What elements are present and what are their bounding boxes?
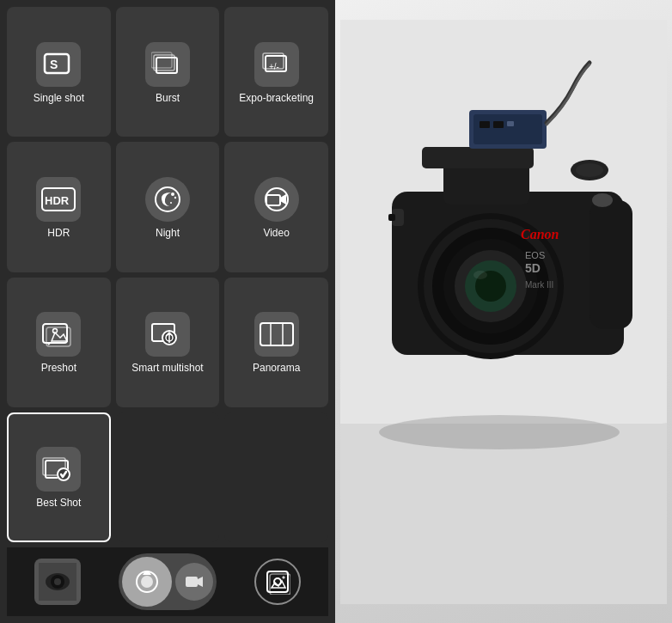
- svg-point-67: [592, 193, 613, 207]
- svg-text:+/-: +/-: [269, 62, 279, 71]
- camera-photo: Canon EOS 5D Mark III: [335, 0, 672, 623]
- svg-point-32: [54, 578, 61, 585]
- mode-tile-video[interactable]: Video: [224, 142, 328, 272]
- svg-rect-41: [340, 424, 667, 604]
- svg-text:5D: 5D: [525, 261, 541, 275]
- shutter-group: [119, 553, 217, 610]
- best-shot-icon: [36, 447, 81, 492]
- mode-tile-hdr[interactable]: HDR HDR: [7, 142, 111, 272]
- burst-label: Burst: [156, 92, 180, 104]
- hdr-label: HDR: [47, 227, 70, 239]
- video-icon: [254, 177, 299, 222]
- svg-text:HDR: HDR: [45, 194, 70, 207]
- svg-point-13: [170, 202, 172, 204]
- smart-multishot-label: Smart multishot: [131, 362, 203, 374]
- svg-text:Mark III: Mark III: [525, 280, 553, 290]
- svg-rect-59: [473, 114, 542, 144]
- bottom-bar: [7, 547, 328, 616]
- hdr-icon: HDR: [36, 177, 81, 222]
- svg-rect-44: [422, 147, 534, 168]
- svg-point-10: [156, 187, 180, 211]
- svg-rect-64: [388, 214, 395, 221]
- svg-rect-61: [493, 121, 504, 128]
- expo-bracketing-icon: +/-: [254, 42, 299, 87]
- svg-point-52: [473, 271, 487, 279]
- svg-text:Canon: Canon: [521, 227, 559, 241]
- svg-rect-15: [266, 195, 280, 205]
- mode-tile-expo-bracketing[interactable]: +/- Expo-bracketing: [224, 7, 328, 137]
- svg-point-66: [576, 163, 603, 177]
- night-label: Night: [156, 227, 180, 239]
- single-shot-label: Single shot: [34, 92, 84, 104]
- mode-tile-single-shot[interactable]: S Single shot: [7, 7, 111, 137]
- svg-rect-60: [480, 121, 490, 128]
- svg-text:EOS: EOS: [525, 250, 545, 260]
- svg-rect-57: [590, 200, 632, 329]
- mode-tile-panorama[interactable]: Panorama: [224, 278, 328, 407]
- mode-tile-preshot[interactable]: Preshot: [7, 278, 111, 407]
- preshot-icon: [36, 312, 81, 357]
- svg-point-12: [174, 197, 176, 199]
- svg-text:S: S: [50, 58, 58, 71]
- single-shot-icon: S: [36, 42, 81, 87]
- thumbnail-preview[interactable]: [34, 559, 81, 605]
- svg-point-18: [53, 329, 58, 333]
- mode-tile-empty-2: [224, 412, 328, 542]
- panorama-icon: [254, 312, 299, 357]
- svg-rect-22: [260, 323, 293, 345]
- smart-multishot-icon: [145, 312, 190, 357]
- burst-icon: [145, 42, 190, 87]
- night-icon: [145, 177, 190, 222]
- svg-rect-35: [186, 577, 198, 587]
- mode-tile-smart-multishot[interactable]: Smart multishot: [116, 278, 220, 407]
- preshot-label: Preshot: [41, 362, 76, 374]
- svg-point-34: [141, 576, 153, 588]
- svg-point-68: [379, 415, 620, 449]
- mode-tile-best-shot[interactable]: Best Shot: [7, 412, 111, 542]
- mode-tile-burst[interactable]: Burst: [116, 7, 220, 137]
- right-panel: Canon EOS 5D Mark III: [335, 0, 672, 623]
- mode-grid: S Single shot Burst +/-: [7, 7, 328, 542]
- photo-shutter-button[interactable]: [122, 557, 172, 607]
- expo-bracketing-label: Expo-bracketing: [239, 92, 314, 104]
- svg-point-11: [171, 192, 174, 196]
- best-shot-label: Best Shot: [36, 497, 81, 509]
- camera-illustration: Canon EOS 5D Mark III: [340, 20, 667, 604]
- svg-rect-62: [507, 121, 514, 126]
- panorama-label: Panorama: [253, 362, 300, 374]
- mode-tile-night[interactable]: Night: [116, 142, 220, 272]
- mode-tile-empty-1: [116, 412, 220, 542]
- video-label: Video: [263, 227, 289, 239]
- video-record-button[interactable]: [175, 563, 213, 601]
- gallery-button[interactable]: [254, 559, 301, 605]
- left-panel: S Single shot Burst +/-: [0, 0, 335, 623]
